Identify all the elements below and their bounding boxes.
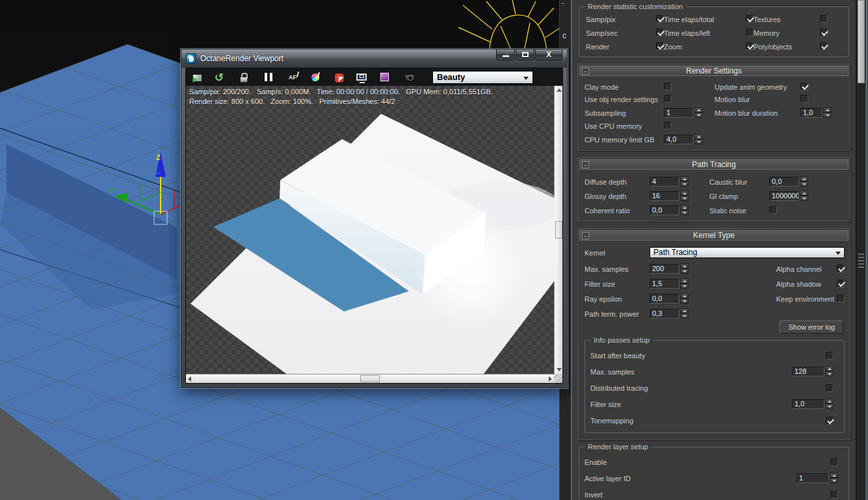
lock-icon[interactable]: [239, 72, 250, 83]
panel-drag-grip[interactable]: [858, 254, 864, 269]
label-kernel: Kernel: [585, 249, 650, 257]
maximize-button[interactable]: [516, 49, 534, 60]
checkbox-keep-environment[interactable]: [837, 295, 845, 302]
max-samples-spinner[interactable]: [680, 263, 689, 274]
stat-label-samp-sec: Samp/sec: [586, 29, 642, 37]
checkbox-zoom[interactable]: [746, 42, 754, 50]
show-error-log-button[interactable]: Show error log: [780, 321, 843, 334]
label-coherent-ratio: Coherent ratio: [585, 207, 650, 215]
scroll-left-arrow[interactable]: [186, 375, 194, 383]
checkbox-memory[interactable]: [820, 29, 828, 36]
restart-render-icon[interactable]: ↺: [215, 72, 226, 83]
label-caustic-blur: Caustic blur: [709, 178, 769, 186]
rollout-header-kernel-type[interactable]: - Kernel Type: [579, 230, 848, 241]
kernel-dropdown[interactable]: Path Tracing: [650, 247, 845, 258]
checkbox-use-cpu-memory[interactable]: [664, 122, 672, 129]
white-balance-icon[interactable]: [311, 72, 322, 83]
checkbox-poly-objects[interactable]: [820, 42, 828, 50]
horizontal-scrollbar[interactable]: [186, 374, 554, 383]
gi-clamp-field[interactable]: 1000000,: [769, 191, 799, 201]
coherent-ratio-spinner[interactable]: [680, 205, 689, 216]
info-max-samples-spinner[interactable]: [825, 366, 834, 377]
path-term-power-spinner[interactable]: [680, 308, 689, 319]
minimize-button[interactable]: [496, 49, 515, 60]
fit-screen-icon[interactable]: [356, 72, 368, 83]
vertical-scroll-thumb[interactable]: [555, 221, 562, 239]
rollout-header-path-tracing[interactable]: - Path Tracing: [579, 159, 848, 170]
diffuse-depth-field[interactable]: 4: [650, 177, 679, 187]
save-image-icon[interactable]: [192, 74, 202, 82]
checkbox-start-after-beauty[interactable]: [826, 352, 834, 360]
checkbox-static-noise[interactable]: [769, 206, 777, 214]
checkbox-samp-sec[interactable]: [656, 29, 664, 36]
render-pass-dropdown[interactable]: Beauty: [432, 71, 533, 84]
scroll-right-arrow[interactable]: [546, 375, 554, 383]
label-static-noise: Static noise: [709, 207, 769, 215]
checkbox-time-elaps-left[interactable]: [746, 29, 754, 36]
collapse-icon[interactable]: -: [582, 161, 589, 168]
checkbox-tonemapping[interactable]: [826, 417, 834, 425]
gi-clamp-spinner[interactable]: [800, 191, 808, 202]
checkbox-update-anim-geometry[interactable]: [800, 83, 808, 90]
active-layer-id-field[interactable]: 1: [796, 473, 829, 483]
collapse-icon[interactable]: -: [582, 68, 589, 75]
autofocus-icon[interactable]: AF: [287, 72, 298, 83]
stat-label-time-elaps-left: Time elaps/left: [664, 29, 731, 37]
pause-render-icon[interactable]: [263, 72, 274, 83]
checkbox-alpha-shadow[interactable]: [837, 280, 845, 287]
horizontal-scroll-thumb[interactable]: [360, 375, 380, 382]
pick-focus-icon[interactable]: [335, 73, 344, 83]
checkbox-textures[interactable]: [820, 15, 828, 23]
checkbox-clay-mode[interactable]: [664, 83, 672, 90]
glossy-depth-spinner[interactable]: [680, 191, 689, 202]
label-filter-size: Filter size: [585, 280, 650, 288]
diffuse-depth-spinner[interactable]: [680, 176, 689, 187]
checkbox-render[interactable]: [656, 42, 664, 50]
checkbox-alpha-channel[interactable]: [837, 265, 845, 272]
rollout-header-render-settings[interactable]: - Render Settings: [579, 66, 848, 76]
checkbox-motion-blur[interactable]: [800, 95, 808, 103]
info-filter-size-spinner[interactable]: [825, 399, 834, 410]
caustic-blur-spinner[interactable]: [800, 176, 808, 187]
octane-render-window[interactable]: OctaneRender Viewport X ↺ AF Beauty: [181, 49, 568, 388]
group-info-passes-setup: Info passes setup Start after beauty Max…: [585, 340, 845, 433]
path-term-power-field[interactable]: 0,3: [650, 309, 679, 319]
scroll-down-arrow[interactable]: [555, 365, 563, 374]
checkbox-enable[interactable]: [830, 458, 838, 466]
group-title: Render layer setup: [585, 443, 651, 451]
caustic-blur-field[interactable]: 0,0: [769, 177, 799, 187]
ray-epsilon-spinner[interactable]: [680, 293, 689, 304]
glossy-depth-field[interactable]: 16: [650, 191, 679, 201]
ray-epsilon-field[interactable]: 0,0: [650, 294, 679, 304]
checkbox-samp-pix[interactable]: [656, 15, 664, 23]
camera-icon[interactable]: [404, 72, 416, 83]
render-canvas[interactable]: Samp/pix: 200/200. Samp/s: 0,000M. Time:…: [186, 86, 555, 374]
checkbox-time-elaps-total[interactable]: [746, 15, 754, 23]
max-samples-field[interactable]: 200: [650, 264, 679, 274]
cpu-memory-limit-field[interactable]: 4,0: [664, 135, 694, 144]
window-titlebar[interactable]: OctaneRender Viewport X: [181, 49, 567, 68]
panel-scrollbar-thumb[interactable]: [858, 0, 865, 83]
scroll-up-arrow[interactable]: [555, 86, 563, 94]
info-filter-size-field[interactable]: 1,0: [792, 399, 824, 409]
close-button[interactable]: X: [535, 49, 562, 60]
active-layer-id-spinner[interactable]: [830, 473, 838, 484]
coherent-ratio-field[interactable]: 0,0: [650, 205, 679, 215]
filter-size-spinner[interactable]: [680, 278, 689, 289]
region-render-icon[interactable]: [380, 72, 392, 83]
motion-blur-duration-spinner[interactable]: [823, 107, 832, 118]
info-max-samples-field[interactable]: 128: [792, 367, 824, 376]
subsampling-spinner[interactable]: [694, 107, 703, 118]
collapse-icon[interactable]: -: [582, 232, 589, 239]
filter-size-field[interactable]: 1,5: [650, 279, 679, 289]
window-edge: [865, 0, 868, 500]
cpu-memory-limit-spinner[interactable]: [694, 134, 703, 145]
checkbox-invert[interactable]: [830, 491, 838, 499]
checkbox-use-obj-render-settings[interactable]: [664, 95, 672, 103]
subsampling-field[interactable]: 1: [664, 108, 694, 118]
motion-blur-duration-field[interactable]: 1,0: [800, 108, 822, 118]
group-title: Info passes setup: [590, 336, 653, 344]
resize-grip[interactable]: [554, 374, 562, 383]
checkbox-distributed-tracing[interactable]: [826, 384, 834, 392]
window-title: OctaneRender Viewport: [200, 54, 283, 63]
